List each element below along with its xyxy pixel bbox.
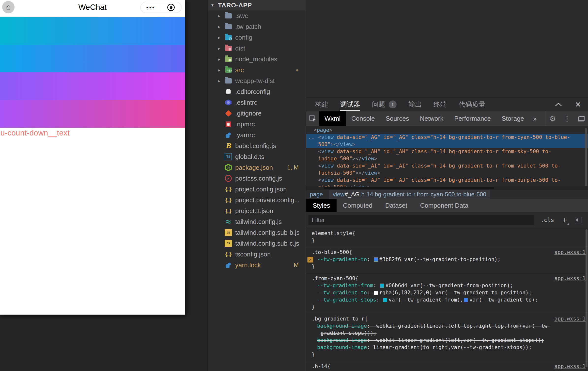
tab-dataset[interactable]: Dataset [379, 199, 414, 212]
node-icon: JS [225, 164, 232, 171]
breadcrumb-page[interactable]: page [306, 191, 326, 198]
kebab-menu-icon[interactable]: ⋮ [563, 114, 571, 123]
gear-icon[interactable]: ⚙ [549, 114, 556, 123]
tree-item-weapp-tw-dist[interactable]: ▸weapp-tw-dist [208, 75, 306, 86]
collapse-arrow-icon[interactable]: ▸ [218, 13, 225, 19]
tree-item-editorconfig[interactable]: .editorconfig [208, 86, 306, 97]
tree-item-node-modules[interactable]: ▸node_modules [208, 54, 306, 65]
color-swatch[interactable] [374, 257, 378, 262]
collapse-arrow-icon[interactable]: ▸ [218, 78, 225, 84]
color-swatch[interactable] [374, 291, 378, 295]
wxml-node-line[interactable]: indigo-500"></view> [306, 155, 588, 162]
tab-performance[interactable]: Performance [449, 111, 496, 126]
css-property[interactable]: --tw-gradient-to: rgba(6,182,212,0) var(… [312, 289, 578, 296]
stylesheet-link[interactable]: app.wxss:1 [555, 249, 586, 256]
tab-storage[interactable]: Storage [496, 111, 529, 126]
tree-item-eslintrc[interactable]: .eslintrc [208, 97, 306, 108]
css-property[interactable]: background-image: -webkit-gradient(linea… [312, 322, 578, 337]
property-checkbox-icon[interactable]: ✓ [307, 257, 313, 263]
panel-tab-debugger[interactable]: 调试器 [340, 98, 360, 111]
rule-selector[interactable]: element.style [312, 230, 352, 237]
tab-component-data[interactable]: Component Data [414, 199, 475, 212]
tree-item-tailwind-config-js[interactable]: ≈tailwind.config.js [208, 216, 306, 227]
vertical-scrollbar[interactable] [585, 128, 587, 186]
rule-selector[interactable]: .from-cyan-500 [312, 275, 355, 282]
wxml-node-line[interactable]: 500"></view> [306, 141, 588, 148]
color-swatch[interactable] [383, 298, 387, 302]
css-property[interactable]: height: 112rpx; [312, 370, 578, 371]
tree-item-package-json[interactable]: JSpackage.json1, M [208, 162, 306, 173]
tab-wxml[interactable]: Wxml [319, 111, 346, 126]
tree-item-tsconfig-json[interactable]: {..}tsconfig.json [208, 249, 306, 260]
css-property[interactable]: --tw-gradient-stops: var(--tw-gradient-f… [312, 296, 578, 304]
style-rule-bg-gradient-to-r: .bg-gradient-to-r {app.wxss:1background-… [306, 313, 588, 361]
tree-item-project-tt-json[interactable]: {..}project.tt.json [208, 205, 306, 216]
more-menu-icon[interactable]: ••• [141, 2, 161, 12]
toggle-sidebar-icon[interactable] [575, 217, 582, 223]
panel-tab-terminal[interactable]: 终端 [433, 98, 447, 111]
tree-item-global-d-ts[interactable]: TSglobal.d.ts [208, 151, 306, 162]
css-property[interactable]: ✓--tw-gradient-to: #3b82f6 var(--tw-grad… [312, 256, 578, 263]
tree-item-tw-patch[interactable]: ▸.tw-patch [208, 21, 306, 32]
collapse-arrow-icon[interactable]: ▸ [218, 56, 225, 62]
tree-item-src[interactable]: ▸src● [208, 65, 306, 75]
tab-styles[interactable]: Styles [306, 199, 337, 212]
wxml-node-line[interactable]: ..<view data-sid="_AG" id="_AG" class="h… [306, 134, 588, 141]
panel-tab-output[interactable]: 输出 [408, 98, 422, 111]
css-property[interactable]: --tw-gradient-from: #06b6d4 var(--tw-gra… [312, 282, 578, 289]
color-swatch[interactable] [464, 298, 468, 302]
tree-item-tailwind-config-sub-b-js[interactable]: JStailwind.config.sub-b.js [208, 227, 306, 238]
tree-item-npmrc[interactable]: .npmrc [208, 119, 306, 130]
color-swatch[interactable] [380, 284, 384, 288]
tab-sources[interactable]: Sources [380, 111, 414, 126]
tree-item-gitignore[interactable]: .gitignore [208, 108, 306, 119]
rule-selector[interactable]: .bg-gradient-to-r [312, 315, 365, 322]
horizontal-scrollbar[interactable] [306, 186, 588, 190]
tree-item-babel-config-js[interactable]: Bbabel.config.js [208, 140, 306, 151]
tree-item-project-config-json[interactable]: {..}project.config.json [208, 184, 306, 195]
collapse-arrow-icon[interactable]: ▸ [218, 24, 225, 30]
rule-selector[interactable]: .to-blue-500 [312, 249, 349, 256]
tree-item-dist[interactable]: ▸dist [208, 43, 306, 54]
close-record-icon[interactable] [161, 4, 181, 11]
stylesheet-link[interactable]: app.wxss:1 [555, 315, 586, 322]
wxml-node-line[interactable]: <view data-sid="_AJ" id="_AJ" class="h-1… [306, 177, 588, 184]
styles-scrollbar[interactable] [586, 229, 588, 367]
css-property[interactable]: background-image: linear-gradient(to rig… [312, 344, 578, 351]
collapse-arrow-icon[interactable]: ▸ [218, 46, 225, 51]
tree-item-postcss-config-js[interactable]: postcss.config.js [208, 173, 306, 184]
rule-selector[interactable]: .h-14 [312, 363, 327, 370]
tree-item-yarnrc[interactable]: .yarnrc [208, 130, 306, 140]
wxml-node-line[interactable]: fuchsia-500"></view> [306, 169, 588, 177]
wxml-node-line[interactable]: <view data-sid="_AH" id="_AH" class="h-1… [306, 148, 588, 155]
close-panel-icon[interactable]: ✕ [575, 100, 581, 109]
collapse-panel-icon[interactable] [555, 102, 562, 107]
wxml-node-line[interactable]: <view data-sid="_AI" id="_AI" class="h-1… [306, 162, 588, 169]
stylesheet-link[interactable]: app.wxss:1 [555, 275, 586, 282]
panel-tab-build[interactable]: 构建 [315, 98, 328, 111]
inspect-element-icon[interactable] [306, 111, 319, 126]
new-style-rule-button[interactable]: + [560, 216, 569, 224]
dock-side-icon[interactable] [578, 116, 585, 121]
tab-console[interactable]: Console [346, 111, 380, 126]
tree-item-project-private-config[interactable]: {..}project.private.config... [208, 195, 306, 205]
expand-marker[interactable]: .. [308, 134, 314, 141]
more-tabs-button[interactable]: » [529, 111, 540, 126]
stylesheet-link[interactable]: app.wxss:1 [555, 363, 586, 370]
css-property[interactable]: background-image: -webkit-linear-gradien… [312, 337, 578, 344]
filter-input[interactable] [308, 215, 534, 225]
tree-item-config[interactable]: ▸config [208, 32, 306, 43]
tab-network[interactable]: Network [415, 111, 449, 126]
tree-item-yarn-lock[interactable]: yarn.lockM [208, 260, 306, 270]
tree-item-tailwind-config-sub-c-js[interactable]: JStailwind.config.sub-c.js [208, 238, 306, 249]
wxml-node-line[interactable]: <page> [306, 127, 588, 134]
breadcrumb-selected-node[interactable]: view#_AG.h-14.bg-gradient-to-r.from-cyan… [329, 190, 490, 199]
collapse-arrow-icon[interactable]: ▸ [218, 67, 225, 73]
tree-item-swc[interactable]: ▸.swc [208, 10, 306, 21]
collapse-arrow-icon[interactable]: ▸ [218, 35, 225, 40]
tree-root-taro-app[interactable]: ▾ TARO-APP [208, 0, 306, 10]
panel-tab-problems[interactable]: 问题1 [372, 98, 397, 111]
tab-computed[interactable]: Computed [337, 199, 379, 212]
panel-tab-code-quality[interactable]: 代码质量 [459, 98, 485, 111]
toggle-class-button[interactable]: .cls [541, 217, 554, 223]
